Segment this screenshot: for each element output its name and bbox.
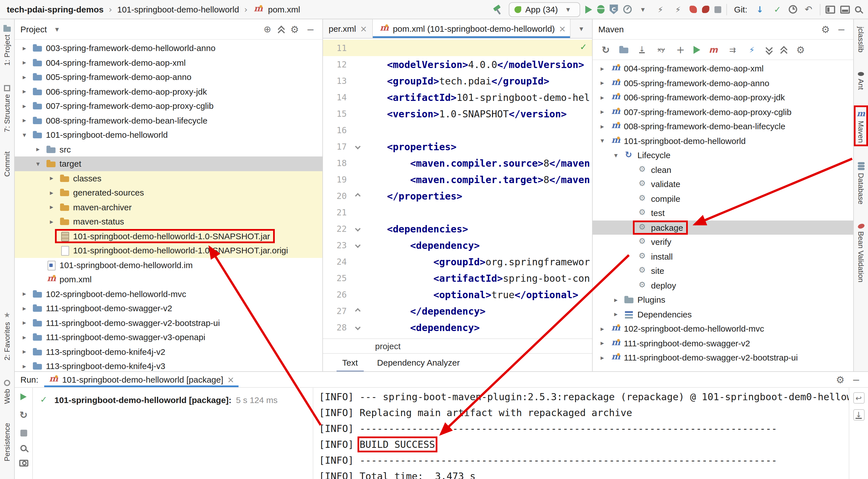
maven-row-compile[interactable]: compile (593, 191, 853, 206)
add-maven-project-button[interactable] (674, 43, 687, 56)
run-with-coverage-button[interactable] (609, 4, 618, 14)
maven-row-005-spring-framework-demo-aop-anno[interactable]: 005-spring-framework-demo-aop-anno (593, 76, 853, 90)
maven-row-verify[interactable]: verify (593, 235, 853, 249)
tool-button-commit[interactable]: Commit (2, 150, 12, 179)
maven-row-008-spring-framework-demo-bean-lifecycle[interactable]: 008-spring-framework-demo-bean-lifecycle (593, 119, 853, 133)
build-console[interactable]: [INFO] --- spring-boot-maven-plugin:2.5.… (313, 388, 849, 479)
fold-icon[interactable] (351, 325, 364, 329)
maven-row-site[interactable]: site (593, 264, 853, 278)
run-results-pane[interactable]: 101-springboot-demo-helloworld [package]… (33, 388, 313, 479)
expand-arrow-icon[interactable] (611, 310, 621, 318)
project-row-pom-xml[interactable]: pom.xml (15, 272, 322, 287)
stop-button[interactable] (714, 6, 721, 13)
maven-row-102-springboot-demo-helloworld-mvc[interactable]: 102-springboot-demo-helloworld-mvc (593, 321, 853, 336)
expand-arrow-icon[interactable] (19, 44, 29, 52)
locate-file-button[interactable] (261, 23, 274, 35)
maven-row-deploy[interactable]: deploy (593, 278, 853, 293)
run-config-selector[interactable]: App (34) (509, 2, 580, 17)
project-view-chevron-icon[interactable] (51, 23, 63, 35)
stop-button[interactable] (20, 430, 27, 437)
plugin-action-button-2[interactable] (702, 6, 709, 13)
expand-arrow-icon[interactable] (597, 325, 608, 333)
tool-button-jclasslib[interactable]: jclasslib (856, 25, 866, 54)
expand-all-button[interactable] (765, 46, 773, 54)
project-row-classes[interactable]: classes (15, 171, 322, 185)
project-row-src[interactable]: src (15, 142, 322, 156)
tool-button-web[interactable]: Web (2, 378, 12, 405)
breadcrumb-element[interactable]: project (375, 341, 401, 351)
maven-row-clean[interactable]: clean (593, 162, 853, 177)
debug-button[interactable] (597, 5, 604, 13)
maven-row-package[interactable]: package (593, 220, 853, 235)
collapse-all-button[interactable] (780, 46, 787, 54)
reload-classes-button[interactable] (654, 3, 666, 16)
maven-row-111-springboot-demo-swagger-v2[interactable]: 111-springboot-demo-swagger-v2 (593, 336, 853, 350)
project-row-004-spring-framework-demo-aop-xml[interactable]: 004-spring-framework-demo-aop-xml (15, 55, 322, 70)
expand-arrow-icon[interactable] (46, 189, 57, 197)
maven-row-plugins[interactable]: Plugins (593, 293, 853, 307)
maven-row-dependencies[interactable]: Dependencies (593, 307, 853, 321)
expand-arrow-icon[interactable] (46, 203, 57, 211)
restart-build-button[interactable] (17, 409, 30, 421)
expand-arrow-icon[interactable] (597, 93, 608, 101)
fold-icon[interactable] (351, 227, 364, 231)
offline-mode-button[interactable] (746, 43, 758, 56)
tab-list-button[interactable] (570, 19, 592, 38)
editor-tab-pom[interactable]: pom.xml (101-springboot-demo-helloworld) (373, 19, 570, 38)
tool-window-layout-button[interactable] (826, 5, 835, 13)
expand-arrow-icon[interactable] (597, 108, 608, 116)
project-row-101-springboot-demo-helloworld-1-0-snapshot-jar[interactable]: 101-springboot-demo-helloworld-1.0-SNAPS… (15, 229, 322, 243)
close-tab-icon[interactable] (360, 24, 367, 34)
run-button[interactable] (585, 5, 592, 13)
project-row-102-springboot-demo-helloworld-mvc[interactable]: 102-springboot-demo-helloworld-mvc (15, 287, 322, 301)
project-row-generated-sources[interactable]: generated-sources (15, 185, 322, 200)
hide-panel-button[interactable] (304, 23, 317, 35)
tab-dependency-analyzer[interactable]: Dependency Analyzer (376, 355, 461, 369)
project-row-101-springboot-demo-helloworld[interactable]: 101-springboot-demo-helloworld (15, 127, 322, 142)
hide-panel-button[interactable] (835, 23, 847, 35)
tool-button-7-structure[interactable]: 7: Structure (2, 83, 12, 134)
project-row-008-spring-framework-demo-bean-lifecycle[interactable]: 008-spring-framework-demo-bean-lifecycle (15, 113, 322, 127)
expand-arrow-icon[interactable] (19, 88, 29, 95)
inspections-ok-icon[interactable] (580, 42, 587, 52)
fold-icon[interactable] (351, 243, 364, 247)
maven-row-lifecycle[interactable]: Lifecycle (593, 148, 853, 162)
project-row-target[interactable]: target (15, 156, 322, 171)
fold-icon[interactable] (351, 194, 364, 198)
project-row-maven-archiver[interactable]: maven-archiver (15, 200, 322, 214)
expand-arrow-icon[interactable] (19, 290, 29, 298)
maven-row-validate[interactable]: validate (593, 177, 853, 191)
git-rollback-button[interactable] (802, 3, 815, 16)
git-commit-button[interactable] (771, 3, 783, 16)
profiler-button[interactable] (623, 5, 631, 13)
expand-arrow-icon[interactable] (597, 65, 608, 72)
expand-arrow-icon[interactable] (46, 174, 57, 182)
hotswap-button[interactable] (672, 3, 684, 16)
expand-arrow-icon[interactable] (46, 218, 57, 226)
run-result-row[interactable]: 101-springboot-demo-helloworld [package]… (37, 393, 308, 406)
collapse-arrow-icon[interactable] (33, 160, 43, 168)
build-project-button[interactable] (492, 4, 504, 15)
soft-wrap-button[interactable] (853, 392, 864, 403)
expand-arrow-icon[interactable] (597, 339, 608, 347)
project-panel-title[interactable]: Project (21, 24, 47, 34)
close-tab-icon[interactable] (559, 24, 566, 34)
expand-arrow-icon[interactable] (597, 122, 608, 130)
project-row-005-spring-framework-demo-aop-anno[interactable]: 005-spring-framework-demo-aop-anno (15, 70, 322, 84)
expand-arrow-icon[interactable] (19, 59, 29, 67)
rerun-button[interactable] (21, 393, 27, 400)
fold-icon[interactable] (351, 309, 364, 313)
plugin-action-button-1[interactable] (689, 6, 696, 13)
run-settings-icon[interactable] (834, 373, 846, 386)
collapse-arrow-icon[interactable] (597, 137, 608, 145)
expand-arrow-icon[interactable] (597, 79, 608, 87)
collapse-all-button[interactable] (277, 25, 285, 33)
maven-row-007-spring-framework-demo-aop-proxy-cglib[interactable]: 007-spring-framework-demo-aop-proxy-cgli… (593, 104, 853, 119)
reimport-maven-button[interactable] (599, 43, 612, 56)
tab-text[interactable]: Text (341, 355, 359, 369)
expand-arrow-icon[interactable] (19, 304, 29, 312)
expand-arrow-icon[interactable] (19, 319, 29, 327)
tool-button-maven[interactable]: Maven (856, 107, 866, 145)
skip-tests-button[interactable] (726, 43, 739, 56)
maven-row-install[interactable]: install (593, 249, 853, 264)
